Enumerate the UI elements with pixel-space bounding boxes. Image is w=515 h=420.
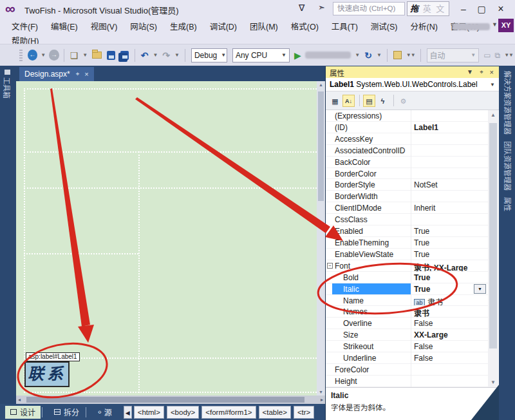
breadcrumb-tag[interactable]: <html> [134,406,164,419]
property-value[interactable]: Label1 [413,122,487,133]
maximize-button[interactable]: ▢ [473,2,490,16]
property-value[interactable]: ab隶书 [413,295,487,306]
menu-item-编辑E[interactable]: 编辑(E) [44,18,84,32]
property-value[interactable] [413,133,487,144]
property-value[interactable]: NotSet [413,179,487,190]
back-dropdown-icon[interactable]: ▼ [41,52,46,58]
pin-icon[interactable]: ⌖ [76,70,80,78]
scroll-down-icon[interactable]: ▼ [488,379,498,385]
property-row-strikeout[interactable]: − Strikeout False [326,341,488,352]
menu-item-调试D[interactable]: 调试(D) [203,18,243,32]
solution-platform-select[interactable]: Any CPU▼ [232,48,290,62]
sidebar-tab[interactable]: 属性 [503,197,513,211]
property-value[interactable]: False [413,341,487,352]
document-tab-design-aspx[interactable]: Design.aspx* ⌖ × [19,67,94,81]
refresh-dropdown-icon[interactable]: ▼ [377,52,382,58]
property-row-accesskey[interactable]: − AccessKey [326,133,488,145]
property-value[interactable] [413,364,487,375]
toolbar-overflow2-icon[interactable]: ▼▼ [504,52,513,58]
window-position-icon[interactable]: ▼ [467,68,473,75]
scrollbar-thumb[interactable] [489,123,497,348]
minimize-button[interactable]: – [455,2,472,16]
property-row-name[interactable]: − Name ab隶书 [326,295,488,307]
solution-configuration-select[interactable]: Debug▼ [191,48,227,62]
property-value[interactable]: True [413,237,487,248]
browser-dropdown-icon[interactable]: ▼ [355,52,360,58]
menu-item-文件F[interactable]: 文件(F) [5,18,44,32]
designer-horizontal-scrollbar[interactable]: ◂ ▸ [16,396,325,404]
undo-button[interactable]: ↶ [141,50,149,61]
quick-launch-input[interactable]: 快速启动 (Ctrl+Q) [333,2,405,15]
tag-nav-left-icon[interactable]: ◀ [124,406,132,419]
close-icon[interactable]: × [490,68,494,76]
property-value[interactable]: False [413,352,487,363]
property-value[interactable]: False [413,318,487,329]
property-row-enabletheming[interactable]: − EnableTheming True [326,237,488,249]
breadcrumb-tag[interactable]: <form#form1> [201,406,256,419]
menu-item-分析N[interactable]: 分析(N) [404,18,444,32]
property-value[interactable]: 隶书 [413,306,487,317]
undo-dropdown-icon[interactable]: ▼ [153,52,158,58]
categorized-button[interactable]: ▦ [329,95,341,107]
value-dropdown-button[interactable]: ▼ [474,284,486,294]
property-row-borderstyle[interactable]: − BorderStyle NotSet [326,179,488,191]
property-row-backcolor[interactable]: − BackColor [326,157,488,168]
open-file-button[interactable] [92,52,102,59]
property-row-height[interactable]: − Height [326,376,488,387]
navigate-back-button[interactable]: ← [28,50,38,61]
save-button[interactable] [107,51,115,60]
object-selector[interactable]: Label1 System.Web.UI.WebControls.Label ▼ [326,78,499,91]
property-row-id[interactable]: − (ID) Label1 [326,122,488,133]
property-row-font[interactable]: − Font 隶书, XX-Large [326,260,488,272]
find-in-files-icon[interactable] [393,51,402,59]
properties-scrollbar[interactable]: ▲ ▼ [488,110,498,387]
breadcrumb-tag[interactable]: <table> [259,406,291,419]
tab-design[interactable]: 设计 [5,406,41,419]
menu-item-工具T[interactable]: 工具(T) [325,18,364,32]
start-debugging-button[interactable]: ▶ [294,50,301,61]
menu-item-团队M[interactable]: 团队(M) [243,18,285,32]
toolbar-grip[interactable] [19,50,23,61]
ime-indicator[interactable]: 拖 英 文 [407,1,449,16]
property-row-italic[interactable]: − Italic True ▼ [326,283,488,295]
property-value[interactable] [413,214,487,225]
label1-control[interactable]: 联系 [24,361,70,387]
property-row-size[interactable]: − Size XX-Large [326,329,488,341]
tab-source[interactable]: ‹› 源 [93,406,117,419]
send-feedback-icon[interactable]: ➣ [318,3,325,12]
properties-button[interactable]: ▤ [363,95,375,107]
property-value[interactable] [413,376,487,387]
property-value[interactable]: True [413,272,487,283]
refresh-button[interactable]: ↻ [364,50,372,61]
breadcrumb-tag[interactable]: <body> [167,406,199,419]
property-value[interactable] [413,191,487,202]
property-row-bordercolor[interactable]: − BorderColor [326,168,488,180]
menu-item-视图V[interactable]: 视图(V) [84,18,124,32]
new-file-button[interactable]: ❏ [70,50,79,61]
alphabetical-button[interactable]: A↓ [342,95,355,107]
property-row-underline[interactable]: − Underline False [326,352,488,364]
attach-mode-select[interactable]: 自动▼ [427,48,480,62]
tab-close-icon[interactable]: × [84,70,88,78]
property-value[interactable]: XX-Large [413,329,487,340]
scroll-up-icon[interactable]: ▲ [488,112,498,118]
menu-item-生成B[interactable]: 生成(B) [164,18,203,32]
toolbar-overflow-icon[interactable]: ▼▼ [406,52,415,58]
breadcrumb-tag[interactable]: <tr> [294,406,314,419]
redo-button[interactable]: ↷ [162,50,170,61]
menu-item-格式O[interactable]: 格式(O) [285,18,325,32]
property-value[interactable]: Inherit [413,202,487,213]
property-value[interactable] [413,145,487,156]
property-value[interactable]: True [413,225,487,236]
property-row-names[interactable]: − Names 隶书 [326,306,488,318]
menu-item-测试S[interactable]: 测试(S) [364,18,404,32]
property-value[interactable]: 隶书, XX-Large [413,260,487,271]
save-all-button[interactable] [120,51,129,60]
sidebar-tab-toolbox[interactable]: 工具箱 [2,70,12,99]
property-row-enabled[interactable]: − Enabled True [326,225,488,237]
property-row-expressions[interactable]: − (Expressions) [326,110,488,122]
tab-split[interactable]: 拆分 [49,406,84,419]
property-value[interactable] [413,110,487,121]
property-row-forecolor[interactable]: − ForeColor [326,364,488,376]
property-row-associatedcontrolid[interactable]: − AssociatedControlID [326,145,488,157]
